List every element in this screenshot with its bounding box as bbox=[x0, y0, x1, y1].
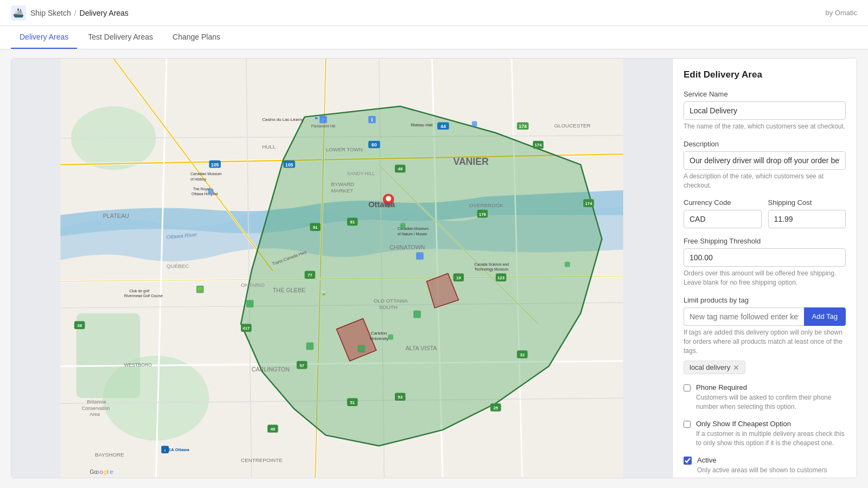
cheapest-option-label[interactable]: Only Show If Cheapest Option bbox=[696, 420, 791, 428]
currency-code-input[interactable] bbox=[684, 210, 762, 228]
svg-text:105: 105 bbox=[211, 162, 219, 168]
svg-text:o: o bbox=[96, 468, 99, 475]
svg-text:l: l bbox=[107, 468, 108, 475]
tag-input-row: Add Tag bbox=[684, 307, 846, 326]
shipping-cost-group: Shipping Cost bbox=[768, 198, 846, 228]
svg-text:University: University bbox=[370, 336, 388, 341]
svg-rect-95 bbox=[400, 223, 406, 228]
svg-text:48: 48 bbox=[398, 166, 403, 171]
svg-text:32: 32 bbox=[520, 352, 525, 357]
brand-name: Ship Sketch bbox=[30, 9, 71, 17]
svg-text:PLATEAU: PLATEAU bbox=[103, 213, 129, 219]
svg-rect-86 bbox=[472, 121, 477, 126]
map-panel: VANIER Ottawa CHINATOWN THE GLEBE OLD OT… bbox=[11, 58, 857, 478]
cheapest-option-checkbox[interactable] bbox=[684, 420, 691, 428]
svg-text:THE GLEBE: THE GLEBE bbox=[273, 287, 305, 293]
svg-text:of History: of History bbox=[190, 177, 206, 182]
svg-text:HULL: HULL bbox=[262, 144, 276, 150]
cheapest-option-hint: If a customer is in multiple delivery ar… bbox=[696, 429, 846, 448]
svg-text:OLD OTTAWA: OLD OTTAWA bbox=[374, 298, 409, 304]
tag-input[interactable] bbox=[684, 307, 804, 326]
svg-text:174: 174 bbox=[519, 124, 527, 129]
svg-text:GLOUCESTER: GLOUCESTER bbox=[554, 123, 590, 129]
svg-text:Parliament Hill: Parliament Hill bbox=[311, 124, 335, 128]
svg-rect-76 bbox=[413, 311, 421, 318]
svg-text:25: 25 bbox=[493, 406, 498, 410]
edit-panel: Edit Delivery Area Service Name The name… bbox=[672, 59, 857, 478]
tag-chip-local-delivery: local delivery ✕ bbox=[684, 361, 745, 374]
svg-text:44: 44 bbox=[441, 124, 446, 129]
svg-text:60: 60 bbox=[372, 142, 377, 147]
description-label: Description bbox=[684, 140, 846, 148]
tab-change-plans[interactable]: Change Plans bbox=[164, 26, 229, 49]
svg-text:OVERBROOK: OVERBROOK bbox=[469, 202, 503, 208]
active-text: Active Only active areas will be shown t… bbox=[697, 455, 827, 475]
svg-text:ONTARIO: ONTARIO bbox=[241, 282, 265, 288]
active-hint: Only active areas will be shown to custo… bbox=[697, 466, 827, 475]
description-input[interactable] bbox=[684, 151, 846, 170]
map-svg: VANIER Ottawa CHINATOWN THE GLEBE OLD OT… bbox=[11, 59, 672, 478]
svg-text:BAYSHORE: BAYSHORE bbox=[95, 452, 124, 458]
active-checkbox[interactable] bbox=[684, 457, 692, 465]
shipping-cost-input[interactable] bbox=[768, 210, 846, 228]
svg-rect-74 bbox=[306, 342, 314, 350]
svg-text:174: 174 bbox=[585, 201, 592, 206]
free-shipping-label: Free Shipping Threshold bbox=[684, 237, 846, 245]
svg-text:🍃: 🍃 bbox=[321, 290, 327, 296]
free-shipping-input[interactable] bbox=[684, 248, 846, 267]
svg-text:105: 105 bbox=[285, 162, 293, 168]
header-left: 🚢 Ship Sketch / Delivery Areas bbox=[11, 5, 129, 21]
phone-required-checkbox[interactable] bbox=[684, 384, 691, 392]
tags-hint: If tags are added this delivery option w… bbox=[684, 328, 846, 355]
svg-text:🍀: 🍀 bbox=[197, 286, 203, 293]
svg-text:LOWER TOWN: LOWER TOWN bbox=[326, 146, 363, 152]
cheapest-option-group: Only Show If Cheapest Option If a custom… bbox=[684, 419, 846, 448]
currency-code-label: Currency Code bbox=[684, 198, 762, 207]
edit-panel-title: Edit Delivery Area bbox=[684, 69, 846, 80]
description-hint: A description of the rate, which custome… bbox=[684, 172, 846, 190]
service-name-input[interactable] bbox=[684, 101, 846, 120]
svg-text:ALTA VISTA: ALTA VISTA bbox=[405, 345, 437, 351]
svg-text:Casino du Lac-Leamy: Casino du Lac-Leamy bbox=[262, 117, 303, 122]
svg-rect-92 bbox=[565, 262, 570, 267]
svg-text:91: 91 bbox=[313, 225, 318, 230]
cheapest-option-text: Only Show If Cheapest Option If a custom… bbox=[696, 419, 846, 448]
tab-delivery-areas[interactable]: Delivery Areas bbox=[11, 26, 77, 49]
svg-text:Canada Science and: Canada Science and bbox=[475, 262, 509, 266]
phone-required-group: Phone Required Customers will be asked t… bbox=[684, 383, 846, 412]
map-area[interactable]: VANIER Ottawa CHINATOWN THE GLEBE OLD OT… bbox=[11, 59, 672, 478]
svg-text:BYWARD: BYWARD bbox=[331, 181, 354, 187]
svg-text:i: i bbox=[164, 448, 165, 453]
svg-text:⚑: ⚑ bbox=[314, 116, 318, 121]
svg-text:Britannia: Britannia bbox=[87, 399, 106, 404]
tags-label: Limit products by tag bbox=[684, 296, 846, 304]
phone-required-label[interactable]: Phone Required bbox=[696, 383, 747, 391]
tag-chip-remove[interactable]: ✕ bbox=[733, 364, 739, 371]
svg-text:of Nature / Musee: of Nature / Musee bbox=[398, 232, 427, 236]
phone-required-text: Phone Required Customers will be asked t… bbox=[696, 383, 846, 412]
svg-text:Ottawa Hospital: Ottawa Hospital bbox=[192, 192, 218, 196]
header-right: by Omatic bbox=[825, 9, 857, 17]
service-name-group: Service Name The name of the rate, which… bbox=[684, 90, 846, 131]
svg-text:53: 53 bbox=[398, 395, 403, 400]
svg-text:Area: Area bbox=[90, 412, 100, 417]
svg-text:WESTBORO: WESTBORO bbox=[124, 362, 152, 368]
svg-text:38: 38 bbox=[77, 323, 82, 328]
svg-text:CENTREPOINTE: CENTREPOINTE bbox=[241, 457, 283, 463]
tab-test-delivery-areas[interactable]: Test Delivery Areas bbox=[79, 26, 162, 49]
svg-text:Rideau Hall: Rideau Hall bbox=[411, 123, 433, 127]
svg-text:123: 123 bbox=[497, 275, 505, 280]
active-label[interactable]: Active bbox=[697, 456, 716, 464]
svg-text:Carleton: Carleton bbox=[371, 331, 387, 336]
svg-rect-98 bbox=[208, 189, 213, 194]
service-name-hint: The name of the rate, which customers se… bbox=[684, 122, 846, 131]
svg-text:Rivermead Golf Course: Rivermead Golf Course bbox=[124, 294, 163, 298]
app-logo: 🚢 bbox=[11, 5, 26, 21]
svg-text:CARLINGTON: CARLINGTON bbox=[252, 366, 290, 373]
svg-text:Conservation: Conservation bbox=[82, 406, 110, 411]
svg-text:Technology Museum: Technology Museum bbox=[475, 267, 509, 272]
svg-text:QUÉBEC: QUÉBEC bbox=[167, 264, 189, 269]
add-tag-button[interactable]: Add Tag bbox=[804, 307, 846, 326]
svg-rect-75 bbox=[358, 345, 365, 352]
phone-required-hint: Customers will be asked to confirm their… bbox=[696, 393, 846, 412]
